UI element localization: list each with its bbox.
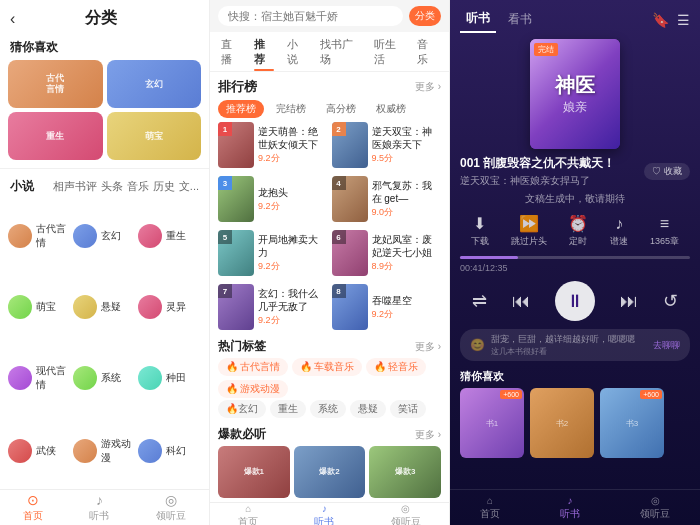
panel-categories: ‹ 分类 猜你喜欢 古代言情 玄幻 重生 萌宝 小说 相声书评 头条 音乐 历史… <box>0 0 210 525</box>
novel-item-kehuan[interactable]: 科幻 <box>138 416 201 487</box>
guess-card-3[interactable]: +600 书3 <box>600 388 664 458</box>
novel-item-mengbao[interactable]: 萌宝 <box>8 273 71 340</box>
comment-action-button[interactable]: 去聊聊 <box>653 339 680 352</box>
prev-button[interactable]: ⏮ <box>512 291 530 312</box>
tab-recommend[interactable]: 推荐 <box>249 32 280 71</box>
next-button[interactable]: ⏭ <box>620 291 638 312</box>
guess-section: 猜你喜欢 +600 书1 书2 +600 书3 <box>450 365 700 462</box>
guess-card-4[interactable]: 萌宝 <box>107 112 202 160</box>
novel-item-youxi[interactable]: 游戏动漫 <box>73 416 136 487</box>
rank-tab-authority[interactable]: 权威榜 <box>368 100 414 118</box>
novel-item-wuxia[interactable]: 武侠 <box>8 416 71 487</box>
boom-card-1[interactable]: 爆款1 <box>218 446 290 498</box>
tab-life[interactable]: 听生活 <box>369 32 410 71</box>
p3-nav-listen[interactable]: ♪ 听书 <box>560 495 580 521</box>
timer-button[interactable]: ⏰ 定时 <box>568 214 588 248</box>
novel-tab-2[interactable]: 头条 <box>101 177 123 196</box>
ranking-more[interactable]: 更多 › <box>415 80 441 94</box>
rank-item-2[interactable]: 2 逆天双宝：神医娘亲天下 9.5分 <box>332 122 442 168</box>
back-button[interactable]: ‹ <box>10 10 15 28</box>
novel-tab-1[interactable]: 相声书评 <box>53 177 97 196</box>
boom-title: 爆款必听 <box>218 426 266 443</box>
skip-intro-button[interactable]: ⏩ 跳过片头 <box>511 214 547 248</box>
tab-music[interactable]: 音乐 <box>412 32 443 71</box>
rank-item-8[interactable]: 8 吞噬星空 9.2分 <box>332 284 442 330</box>
p1-nav-earn[interactable]: ◎ 领听豆 <box>156 492 186 523</box>
novel-tab-4[interactable]: 历史 <box>153 177 175 196</box>
hot-tag-4[interactable]: 游戏动漫 <box>218 380 288 398</box>
rank-item-5[interactable]: 5 开局地摊卖大力 9.2分 <box>218 230 328 276</box>
hot-tag-plain-3[interactable]: 系统 <box>310 400 346 418</box>
rank-item-1[interactable]: 1 逆天萌兽：绝世妖女倾天下 9.2分 <box>218 122 328 168</box>
rank-item-7[interactable]: 7 玄幻：我什么几乎无敌了 9.2分 <box>218 284 328 330</box>
tab-novel[interactable]: 小说 <box>282 32 313 71</box>
novel-item-gudai[interactable]: 古代言情 <box>8 200 71 271</box>
novel-section-label: 小说 <box>10 178 34 195</box>
guess-card-1[interactable]: 古代言情 <box>8 60 103 108</box>
guess-card-2[interactable]: 玄幻 <box>107 60 202 108</box>
loop-button[interactable]: ↺ <box>663 290 678 312</box>
guess-card-2[interactable]: 书2 <box>530 388 594 458</box>
rank-item-6[interactable]: 6 龙妃凤室：废妃逆天七小姐 8.9分 <box>332 230 442 276</box>
hot-tag-2[interactable]: 车载音乐 <box>292 358 362 376</box>
tab-find[interactable]: 找书广场 <box>315 32 367 71</box>
p2-nav-listen[interactable]: ♪ 听书 <box>314 503 334 525</box>
pause-button[interactable]: ⏸ <box>555 281 595 321</box>
boom-more[interactable]: 更多 › <box>415 428 441 442</box>
hot-tag-plain-4[interactable]: 悬疑 <box>350 400 386 418</box>
guess-card-3[interactable]: 重生 <box>8 112 103 160</box>
p3-nav-home[interactable]: ⌂ 首页 <box>480 495 500 521</box>
novel-item-lingyi[interactable]: 灵异 <box>138 273 201 340</box>
novel-item-chongsheng[interactable]: 重生 <box>138 200 201 271</box>
novel-tab-5[interactable]: 文... <box>179 177 199 196</box>
time-current: 00:41/12:35 <box>460 263 508 273</box>
tab-read[interactable]: 看书 <box>502 7 538 32</box>
tab-listen[interactable]: 听书 <box>460 6 496 33</box>
hot-tag-plain-2[interactable]: 重生 <box>270 400 306 418</box>
player-controls-top: ⬇ 下载 ⏩ 跳过片头 ⏰ 定时 ♪ 谱速 ≡ 1365章 <box>450 210 700 252</box>
novel-item-zhongtian[interactable]: 现代言情 <box>8 343 71 414</box>
novel-item-xuanyi[interactable]: 悬疑 <box>73 273 136 340</box>
rank-item-3[interactable]: 3 龙抱头 9.2分 <box>218 176 328 222</box>
rank-item-4[interactable]: 4 邪气复苏：我在 get— 9.0分 <box>332 176 442 222</box>
hot-tag-plain-1[interactable]: 🔥玄幻 <box>218 400 266 418</box>
menu-icon[interactable]: ☰ <box>677 12 690 28</box>
p1-nav-home[interactable]: ⊙ 首页 <box>23 492 43 523</box>
novel-tab-3[interactable]: 音乐 <box>127 177 149 196</box>
hot-tags-more[interactable]: 更多 › <box>415 340 441 354</box>
p2-nav-home[interactable]: ⌂ 首页 <box>238 503 258 525</box>
comment-bar[interactable]: 😊 甜宠，巨甜，越详细越好听，嗯嗯嗯 这几本书很好看 去聊聊 <box>460 329 690 361</box>
bookmark-icon[interactable]: 🔖 <box>652 12 669 28</box>
p3-nav-earn[interactable]: ◎ 领听豆 <box>640 495 670 521</box>
chapter-list-button[interactable]: ≡ 1365章 <box>650 215 679 248</box>
boom-card-2[interactable]: 爆款2 <box>294 446 366 498</box>
search-input[interactable] <box>218 6 403 26</box>
shuffle-button[interactable]: ⇌ <box>472 290 487 312</box>
novel-item-zhongtian2[interactable]: 系统 <box>73 343 136 414</box>
guess-badge-1: +600 <box>500 390 522 399</box>
rank-tab-complete[interactable]: 完结榜 <box>268 100 314 118</box>
p1-nav-listen[interactable]: ♪ 听书 <box>89 492 109 523</box>
novel-item-zhongtian3[interactable]: 种田 <box>138 343 201 414</box>
rank-tab-recommend[interactable]: 推荐榜 <box>218 100 264 118</box>
rank-tab-score[interactable]: 高分榜 <box>318 100 364 118</box>
hot-tag-1[interactable]: 古代言情 <box>218 358 288 376</box>
hot-tag-3[interactable]: 轻音乐 <box>366 358 426 376</box>
novel-item-xuanhuan[interactable]: 玄幻 <box>73 200 136 271</box>
episode-title: 001 剖腹毁容之仇不共戴天！ <box>460 155 615 172</box>
p3-header: 听书 看书 🔖 ☰ <box>450 0 700 39</box>
progress-bar[interactable] <box>460 256 690 259</box>
boom-card-3[interactable]: 爆款3 <box>369 446 441 498</box>
collect-button[interactable]: ♡ 收藏 <box>644 163 690 180</box>
tab-live[interactable]: 直播 <box>216 32 247 71</box>
book-sub[interactable]: 逆天双宝：神医娘亲女捍马了 <box>460 174 615 188</box>
guess-row: +600 书1 书2 +600 书3 <box>460 388 690 458</box>
p2-nav-earn[interactable]: ◎ 领听豆 <box>391 503 421 525</box>
hot-tag-plain-5[interactable]: 笑话 <box>390 400 426 418</box>
category-button[interactable]: 分类 <box>409 6 441 26</box>
panel3-nav: ⌂ 首页 ♪ 听书 ◎ 领听豆 <box>450 489 700 525</box>
speed-button[interactable]: ♪ 谱速 <box>610 215 628 248</box>
download-button[interactable]: ⬇ 下载 <box>471 214 489 248</box>
guess-card-1[interactable]: +600 书1 <box>460 388 524 458</box>
book-badge: 完结 <box>534 43 558 56</box>
